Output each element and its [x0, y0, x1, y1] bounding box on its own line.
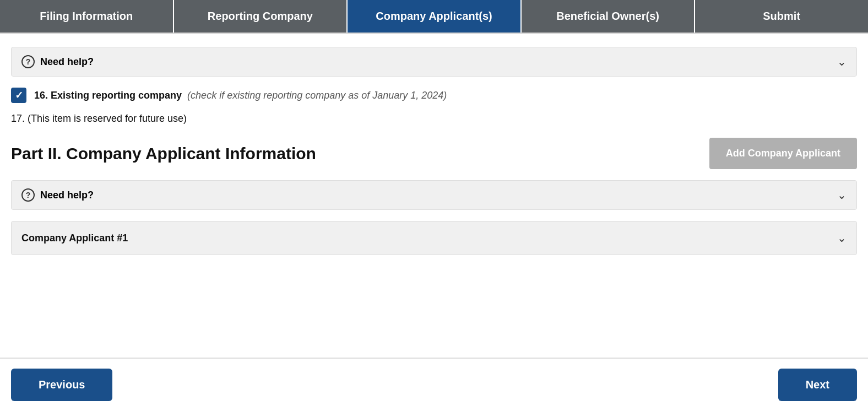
help-accordion-1-left: ? Need help?	[21, 55, 94, 68]
help-accordion-1[interactable]: ? Need help? ⌄	[11, 47, 857, 77]
next-button[interactable]: Next	[778, 369, 857, 401]
main-content: ? Need help? ⌄ ✓ 16. Existing reporting …	[0, 34, 868, 321]
previous-button[interactable]: Previous	[11, 369, 112, 401]
tab-filing-information[interactable]: Filing Information	[0, 0, 174, 33]
company-applicant-1-accordion[interactable]: Company Applicant #1 ⌄	[11, 221, 857, 255]
help-label-2: Need help?	[40, 190, 94, 201]
checkbox-label-16: 16. Existing reporting company (check if…	[34, 90, 447, 101]
existing-reporting-company-checkbox[interactable]: ✓	[11, 88, 26, 103]
checkmark-icon: ✓	[15, 89, 23, 101]
tab-company-applicants[interactable]: Company Applicant(s)	[348, 0, 522, 33]
chevron-down-icon-2: ⌄	[837, 188, 847, 202]
help-accordion-2[interactable]: ? Need help? ⌄	[11, 180, 857, 210]
top-navigation: Filing Information Reporting Company Com…	[0, 0, 868, 34]
help-icon-1: ?	[21, 55, 35, 68]
reserved-item-17: 17. (This item is reserved for future us…	[11, 113, 857, 125]
part2-title: Part II. Company Applicant Information	[11, 144, 316, 163]
add-company-applicant-button[interactable]: Add Company Applicant	[709, 138, 857, 169]
bottom-navigation: Previous Next	[0, 358, 868, 411]
company-applicant-1-label: Company Applicant #1	[21, 232, 128, 244]
tab-beneficial-owners[interactable]: Beneficial Owner(s)	[522, 0, 696, 33]
help-label-1: Need help?	[40, 56, 94, 68]
part2-header-row: Part II. Company Applicant Information A…	[11, 138, 857, 169]
checkbox-row-16: ✓ 16. Existing reporting company (check …	[11, 88, 857, 103]
help-icon-2: ?	[21, 188, 35, 202]
help-accordion-2-left: ? Need help?	[21, 188, 94, 202]
chevron-down-icon-3: ⌄	[837, 231, 847, 245]
tab-reporting-company[interactable]: Reporting Company	[174, 0, 348, 33]
tab-submit[interactable]: Submit	[695, 0, 868, 33]
chevron-down-icon-1: ⌄	[837, 55, 847, 68]
